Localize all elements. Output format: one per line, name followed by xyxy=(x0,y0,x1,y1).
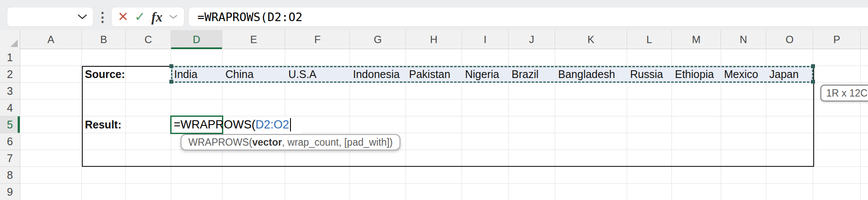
cell-m2-country[interactable]: Ethiopia xyxy=(675,66,714,83)
column-header-h[interactable]: H xyxy=(406,30,462,49)
cancel-icon[interactable]: ✕ xyxy=(118,10,128,23)
edit-cell-d5-formula[interactable]: =WRAPROWS(D2:O2 xyxy=(174,116,291,133)
cell-i2-country[interactable]: Nigeria xyxy=(465,66,499,83)
cell-b2-source-label[interactable]: Source: xyxy=(85,66,125,83)
hint-bold-arg: vector xyxy=(252,137,282,148)
gridline-horizontal xyxy=(20,166,868,167)
cell-f2-country[interactable]: U.S.A xyxy=(288,66,316,83)
formula-prefix: =WRAPROWS( xyxy=(174,118,256,131)
cell-e2-country[interactable]: China xyxy=(225,66,253,83)
gridline-horizontal xyxy=(20,116,868,116)
row-header-2[interactable]: 2 xyxy=(0,66,20,83)
row-header-9[interactable]: 9 xyxy=(0,184,20,200)
column-header-a[interactable]: A xyxy=(20,30,82,49)
row-header-8[interactable]: 8 xyxy=(0,167,20,184)
cell-j2-country[interactable]: Brazil xyxy=(512,66,539,83)
select-all-triangle-icon xyxy=(10,40,18,47)
row-header-6[interactable]: 6 xyxy=(0,133,20,150)
column-header-n[interactable]: N xyxy=(721,30,766,49)
cell-l2-country[interactable]: Russia xyxy=(630,66,663,83)
column-header-g[interactable]: G xyxy=(350,30,406,49)
row-header-5[interactable]: 5 xyxy=(0,116,20,133)
selected-column-underline xyxy=(171,47,222,49)
chevron-down-icon[interactable] xyxy=(78,14,87,20)
cell-b5-result-label[interactable]: Result: xyxy=(85,116,122,133)
chevron-down-icon[interactable] xyxy=(169,14,178,20)
column-header-c[interactable]: C xyxy=(126,30,171,49)
hint-suffix: , wrap_count, [pad_with]) xyxy=(282,137,393,148)
gridline-vertical xyxy=(81,49,82,200)
column-header-j[interactable]: J xyxy=(509,30,555,49)
column-header-m[interactable]: M xyxy=(672,30,721,49)
column-header-l[interactable]: L xyxy=(627,30,672,49)
row-header-3[interactable]: 3 xyxy=(0,83,20,100)
cell-d2-country[interactable]: India xyxy=(174,66,197,83)
formula-range-reference: D2:O2 xyxy=(256,118,289,131)
confirm-icon[interactable]: ✓ xyxy=(134,10,145,23)
formula-toolbar: ⋮ ✕ ✓ fx =WRAPROWS(D2:O2 xyxy=(0,0,868,30)
row-header-7[interactable]: 7 xyxy=(0,150,20,167)
column-header-p[interactable]: P xyxy=(813,30,861,49)
gridline-vertical xyxy=(860,49,861,200)
insert-function-icon[interactable]: fx xyxy=(151,10,162,24)
cell-h2-country[interactable]: Pakistan xyxy=(409,66,450,83)
name-box[interactable] xyxy=(7,7,94,27)
gridline-horizontal xyxy=(20,99,868,100)
column-header-b[interactable]: B xyxy=(82,30,126,49)
cell-n2-country[interactable]: Mexico xyxy=(724,66,758,83)
cell-k2-country[interactable]: Bangladesh xyxy=(558,66,615,83)
selected-row-bar xyxy=(18,116,20,133)
column-header-o[interactable]: O xyxy=(766,30,813,49)
selection-handle[interactable] xyxy=(169,80,173,84)
row-header-4[interactable]: 4 xyxy=(0,100,20,116)
text-caret xyxy=(290,118,291,131)
row-header-1[interactable]: 1 xyxy=(0,49,20,66)
more-options-icon[interactable]: ⋮ xyxy=(98,7,107,27)
gridline-horizontal xyxy=(20,150,868,150)
column-header-f[interactable]: F xyxy=(285,30,350,49)
column-header-k[interactable]: K xyxy=(555,30,627,49)
column-header-e[interactable]: E xyxy=(222,30,285,49)
formula-input[interactable]: =WRAPROWS(D2:O2 xyxy=(188,7,868,27)
formula-text: =WRAPROWS(D2:O2 xyxy=(197,10,303,24)
column-header-i[interactable]: I xyxy=(462,30,509,49)
gridline-horizontal xyxy=(20,133,868,133)
selection-size-tooltip: 1R x 12C xyxy=(820,84,868,102)
gridline-horizontal xyxy=(20,183,868,184)
selection-handle[interactable] xyxy=(169,64,173,68)
gridline-vertical xyxy=(125,49,126,200)
hint-prefix: WRAPROWS( xyxy=(188,137,252,148)
function-hint-tooltip: WRAPROWS(vector, wrap_count, [pad_with]) xyxy=(181,134,400,150)
cell-g2-country[interactable]: Indonesia xyxy=(353,66,400,83)
selection-handle[interactable] xyxy=(811,80,815,84)
column-header-d[interactable]: D xyxy=(171,30,222,49)
formula-buttons: ✕ ✓ fx xyxy=(111,7,184,27)
select-all-corner[interactable] xyxy=(0,30,20,49)
selection-handle[interactable] xyxy=(811,64,815,68)
cell-o2-country[interactable]: Japan xyxy=(769,66,799,83)
